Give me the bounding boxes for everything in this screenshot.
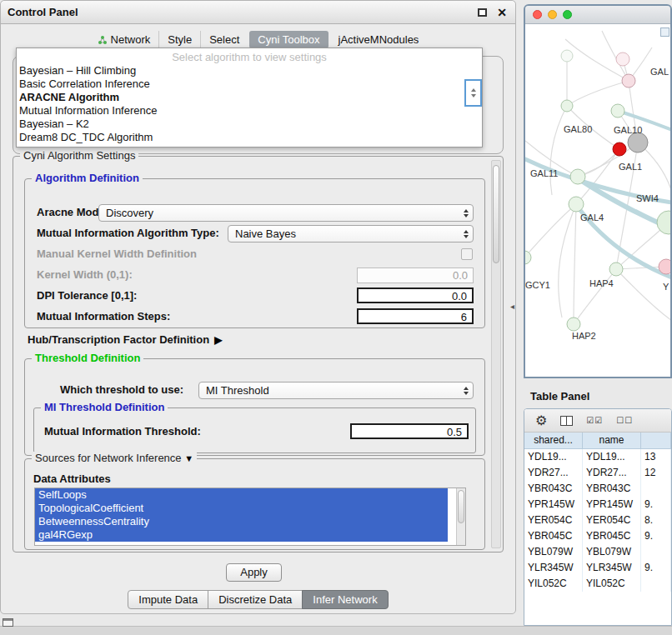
deselect-all-icon[interactable]: ☐☐ bbox=[616, 417, 633, 425]
table-row[interactable]: YBR043CYBR043C bbox=[524, 481, 671, 497]
svg-text:SWI4: SWI4 bbox=[636, 193, 659, 203]
tab-cyni-toolbox[interactable]: Cyni Toolbox bbox=[249, 31, 328, 48]
table-cell: YBL079W bbox=[583, 544, 641, 560]
algorithm-spinner[interactable] bbox=[464, 79, 482, 107]
columns-icon[interactable] bbox=[560, 416, 573, 426]
svg-text:HAP2: HAP2 bbox=[572, 331, 596, 341]
network-tab-icon bbox=[98, 35, 108, 45]
settings-scrollbar[interactable] bbox=[491, 160, 501, 548]
network-svg: GALGAL80GAL10GAL11GAL1SWI4GAL4GCY1HAP4YH… bbox=[525, 24, 670, 377]
control-panel-window: Control Panel ✕ NetworkStyleSelectCyni T… bbox=[0, 0, 516, 614]
algorithm-menu-item-mutual-information-inference[interactable]: Mutual Information Inference bbox=[17, 104, 482, 118]
table-body: YDL19...YDL19...13YDR27...YDR27...12YBR0… bbox=[524, 449, 671, 592]
table-cell: YIL052C bbox=[524, 576, 583, 592]
mi-threshold-field[interactable]: 0.5 bbox=[350, 423, 469, 439]
table-cell: YBL079W bbox=[524, 544, 583, 560]
tab-label: Network bbox=[111, 33, 151, 46]
table-cell: YER054C bbox=[524, 512, 583, 528]
settings-scrollbar-thumb[interactable] bbox=[493, 165, 499, 263]
algorithm-menu-item-dream8-dc-tdc-algorithm[interactable]: Dream8 DC_TDC Algorithm bbox=[17, 131, 482, 144]
tab-network[interactable]: Network bbox=[89, 31, 159, 48]
table-cell: YDL19... bbox=[583, 449, 641, 465]
attributes-scrollbar[interactable] bbox=[456, 488, 465, 545]
table-cell: YIL052C bbox=[583, 576, 641, 592]
attributes-scrollbar-thumb[interactable] bbox=[458, 490, 464, 523]
mi-steps-field[interactable]: 6 bbox=[357, 308, 474, 324]
table-cell: YBR045C bbox=[524, 528, 583, 544]
algorithm-definition-group: Algorithm Definition Aracne Mode: Discov… bbox=[24, 178, 485, 328]
control-panel-title: Control Panel bbox=[1, 6, 478, 18]
table-cell: YDR27... bbox=[524, 465, 583, 481]
hub-definition-toggle[interactable]: Hub/Transcription Factor Definition ▶ bbox=[28, 333, 222, 346]
select-all-icon[interactable]: ☑☑ bbox=[586, 417, 603, 425]
tab-jactivemnodules[interactable]: jActiveMNodules bbox=[330, 31, 428, 48]
attribute-item-betweennesscentrality[interactable]: BetweennessCentrality bbox=[35, 515, 448, 528]
zoom-traffic-light-icon[interactable] bbox=[563, 10, 572, 19]
table-cell bbox=[641, 576, 671, 592]
mi-type-label: Mutual Information Algorithm Type: bbox=[37, 225, 219, 242]
float-panel-icon[interactable] bbox=[478, 8, 487, 17]
algorithm-dropdown-menu: Select algorithm to view settings Bayesi… bbox=[16, 48, 483, 148]
sources-group-title: Sources for Network Inference ▼ bbox=[32, 452, 197, 464]
network-canvas[interactable]: GALGAL80GAL10GAL11GAL1SWI4GAL4GCY1HAP4YH… bbox=[525, 24, 670, 377]
dpi-tolerance-field[interactable]: 0.0 bbox=[357, 288, 474, 303]
table-row[interactable]: YDL19...YDL19...13 bbox=[524, 449, 671, 465]
table-row[interactable]: YLR345WYLR345W9. bbox=[524, 560, 671, 576]
close-traffic-light-icon[interactable] bbox=[533, 10, 542, 19]
bottom-tab-infer-network[interactable]: Infer Network bbox=[302, 590, 388, 609]
svg-text:GAL11: GAL11 bbox=[530, 168, 558, 178]
svg-text:GAL4: GAL4 bbox=[580, 212, 604, 222]
algorithm-menu-item-bayesian-k2[interactable]: Bayesian – K2 bbox=[17, 118, 482, 131]
svg-text:Y: Y bbox=[663, 282, 669, 292]
table-row[interactable]: YBL079WYBL079W bbox=[524, 544, 671, 560]
mi-type-select[interactable]: Naive Bayes bbox=[228, 225, 474, 242]
which-threshold-label: Which threshold to use: bbox=[60, 382, 183, 398]
table-cell: 9. bbox=[641, 560, 671, 576]
table-cell: YBR043C bbox=[583, 481, 641, 497]
threshold-definition-title: Threshold Definition bbox=[32, 352, 143, 364]
hub-definition-label: Hub/Transcription Factor Definition bbox=[28, 333, 209, 346]
table-column-header[interactable] bbox=[641, 432, 671, 448]
collapsed-arrow-icon: ▶ bbox=[214, 334, 222, 346]
spinner-up-icon bbox=[471, 88, 476, 92]
aracne-mode-select[interactable]: Discovery bbox=[98, 204, 474, 222]
table-cell: YER054C bbox=[583, 512, 641, 528]
bottom-tab-impute-data[interactable]: Impute Data bbox=[128, 590, 208, 609]
close-icon[interactable]: ✕ bbox=[497, 6, 507, 19]
apply-button[interactable]: Apply bbox=[226, 563, 282, 582]
which-threshold-select[interactable]: MI Threshold bbox=[198, 382, 474, 399]
table-cell: 9. bbox=[641, 497, 671, 512]
minimize-traffic-light-icon[interactable] bbox=[548, 10, 557, 19]
birdseye-toggle-icon[interactable] bbox=[660, 28, 669, 37]
table-column-header[interactable]: shared... bbox=[524, 432, 583, 448]
tab-label: Style bbox=[168, 33, 192, 46]
table-row[interactable]: YDR27...YDR27...12 bbox=[524, 465, 671, 481]
table-cell: YDR27... bbox=[583, 465, 641, 481]
table-column-header[interactable]: name bbox=[583, 432, 641, 448]
table-row[interactable]: YIL052CYIL052C bbox=[524, 576, 671, 592]
algorithm-menu-placeholder: Select algorithm to view settings bbox=[17, 50, 482, 64]
table-row[interactable]: YER054CYER054C8. bbox=[524, 512, 671, 528]
attribute-item-selfloops[interactable]: SelfLoops bbox=[35, 488, 448, 502]
manual-kernel-checkbox[interactable] bbox=[461, 248, 473, 260]
data-attributes-list[interactable]: SelfLoopsTopologicalCoefficientBetweenne… bbox=[34, 488, 466, 546]
tab-style[interactable]: Style bbox=[158, 31, 200, 48]
tab-bar: NetworkStyleSelectCyni ToolboxjActiveMNo… bbox=[1, 31, 515, 48]
network-window-titlebar bbox=[525, 6, 670, 24]
data-attributes-label: Data Attributes bbox=[33, 472, 111, 485]
splitter-collapse-icon[interactable]: ◂ bbox=[510, 302, 514, 311]
table-row[interactable]: YPR145WYPR145W9. bbox=[524, 497, 671, 512]
bottom-tab-discretize-data[interactable]: Discretize Data bbox=[208, 590, 303, 609]
attribute-item-gal4rgexp[interactable]: gal4RGexp bbox=[35, 528, 448, 542]
algorithm-menu-item-basic-correlation-inference[interactable]: Basic Correlation Inference bbox=[17, 78, 482, 91]
expanded-arrow-icon[interactable]: ▼ bbox=[184, 453, 193, 463]
algorithm-menu-item-aracne-algorithm[interactable]: ARACNE Algorithm bbox=[17, 91, 482, 104]
kernel-width-field: 0.0 bbox=[357, 268, 474, 283]
restore-panel-icon[interactable] bbox=[3, 618, 13, 627]
algorithm-menu-item-bayesian-hill-climbing[interactable]: Bayesian – Hill Climbing bbox=[17, 64, 482, 78]
attribute-item-topologicalcoefficient[interactable]: TopologicalCoefficient bbox=[35, 502, 448, 515]
gear-icon[interactable]: ⚙ bbox=[535, 414, 547, 428]
tab-select[interactable]: Select bbox=[200, 31, 248, 48]
table-row[interactable]: YBR045CYBR045C9. bbox=[524, 528, 671, 544]
bottom-tab-bar: Impute DataDiscretize DataInfer Network bbox=[1, 590, 515, 609]
